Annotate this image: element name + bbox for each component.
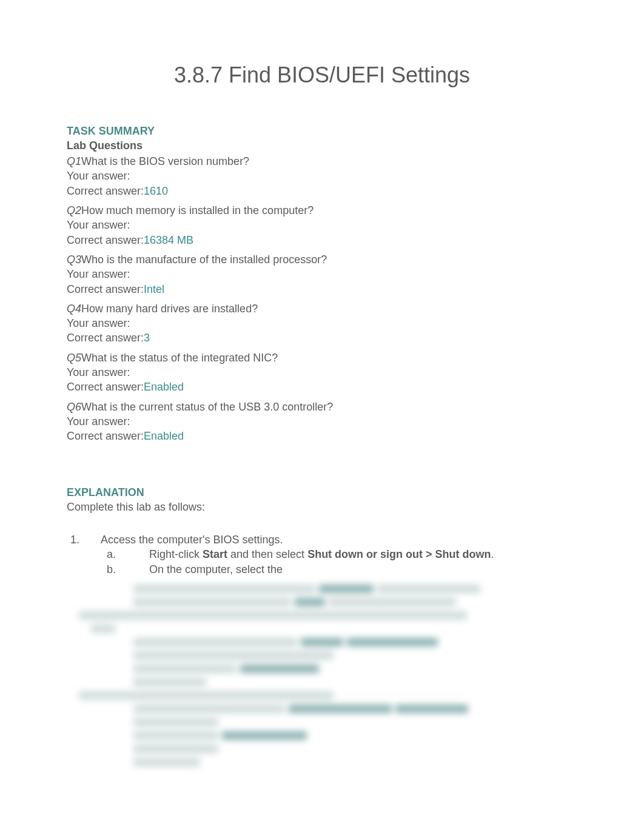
question-label: Q1 bbox=[67, 155, 81, 167]
explanation-intro: Complete this lab as follows: bbox=[67, 500, 577, 514]
correct-answer-value: 16384 MB bbox=[144, 234, 193, 246]
correct-answer-label: Correct answer: bbox=[67, 430, 144, 442]
question-block: Q6What is the current status of the USB … bbox=[67, 400, 577, 444]
task-summary-heading: TASK SUMMARY bbox=[67, 124, 577, 138]
question-text: How many hard drives are installed? bbox=[81, 303, 258, 315]
correct-answer-label: Correct answer: bbox=[67, 185, 144, 197]
correct-answer-value: Intel bbox=[144, 283, 164, 295]
question-label: Q4 bbox=[67, 303, 81, 315]
blurred-content bbox=[67, 583, 577, 767]
your-answer-label: Your answer: bbox=[67, 267, 577, 281]
your-answer-label: Your answer: bbox=[67, 218, 577, 232]
question-block: Q5What is the status of the integrated N… bbox=[67, 350, 577, 395]
correct-answer-value: Enabled bbox=[144, 381, 184, 393]
question-text: How much memory is installed in the comp… bbox=[81, 204, 314, 216]
step-1: Access the computer's BIOS settings. Rig… bbox=[82, 532, 577, 577]
correct-answer-value: Enabled bbox=[144, 430, 184, 442]
correct-answer-value: 3 bbox=[144, 332, 150, 344]
your-answer-label: Your answer: bbox=[67, 365, 577, 380]
question-label: Q6 bbox=[67, 401, 81, 413]
steps-list: Access the computer's BIOS settings. Rig… bbox=[67, 532, 577, 577]
question-block: Q2How much memory is installed in the co… bbox=[67, 203, 577, 247]
step-1b: On the computer, select the bbox=[119, 562, 577, 577]
question-text: Who is the manufacture of the installed … bbox=[81, 253, 327, 266]
step-1-substeps: Right-click Start and then select Shut d… bbox=[101, 547, 577, 577]
correct-answer-label: Correct answer: bbox=[67, 234, 144, 246]
step-1a: Right-click Start and then select Shut d… bbox=[119, 547, 577, 562]
document-page: 3.8.7 Find BIOS/UEFI Settings TASK SUMMA… bbox=[0, 0, 644, 835]
explanation-heading: EXPLANATION bbox=[67, 485, 577, 500]
correct-answer-label: Correct answer: bbox=[67, 283, 144, 295]
lab-questions-heading: Lab Questions bbox=[67, 138, 577, 153]
question-block: Q4How many hard drives are installed? Yo… bbox=[67, 301, 577, 346]
your-answer-label: Your answer: bbox=[67, 169, 577, 183]
question-text: What is the BIOS version number? bbox=[81, 155, 249, 167]
question-block: Q3Who is the manufacture of the installe… bbox=[67, 252, 577, 297]
question-text: What is the current status of the USB 3.… bbox=[81, 401, 333, 413]
question-label: Q3 bbox=[67, 253, 81, 266]
your-answer-label: Your answer: bbox=[67, 316, 577, 330]
correct-answer-label: Correct answer: bbox=[67, 381, 144, 393]
step-1-text: Access the computer's BIOS settings. bbox=[101, 534, 283, 546]
question-label: Q5 bbox=[67, 352, 81, 364]
question-block: Q1What is the BIOS version number? Your … bbox=[67, 154, 577, 198]
question-label: Q2 bbox=[67, 204, 81, 216]
correct-answer-value: 1610 bbox=[144, 185, 168, 197]
correct-answer-label: Correct answer: bbox=[67, 332, 144, 344]
question-text: What is the status of the integrated NIC… bbox=[81, 352, 278, 364]
page-title: 3.8.7 Find BIOS/UEFI Settings bbox=[67, 61, 577, 90]
your-answer-label: Your answer: bbox=[67, 414, 577, 429]
